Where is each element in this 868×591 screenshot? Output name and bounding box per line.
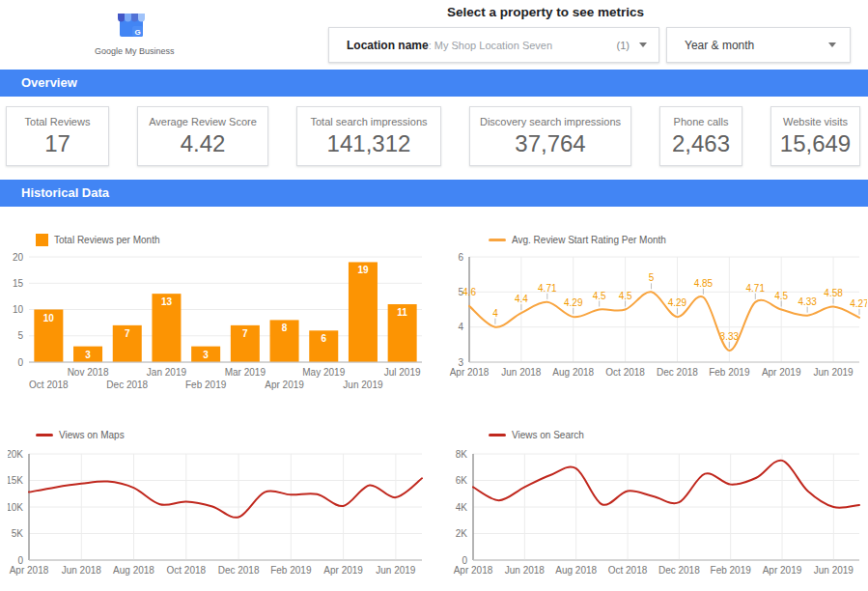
svg-text:Jun 2019: Jun 2019 xyxy=(814,565,854,576)
svg-text:Apr 2019: Apr 2019 xyxy=(265,380,304,390)
svg-text:5K: 5K xyxy=(12,528,24,539)
svg-text:4.5: 4.5 xyxy=(593,291,606,301)
chevron-down-icon xyxy=(828,42,836,47)
svg-text:Apr 2019: Apr 2019 xyxy=(763,565,802,576)
svg-text:Jan 2019: Jan 2019 xyxy=(147,367,187,378)
scorecard-value: 17 xyxy=(44,130,70,157)
scorecard-value: 2,463 xyxy=(672,130,730,157)
legend-swatch-icon xyxy=(489,434,506,436)
svg-text:Dec 2018: Dec 2018 xyxy=(658,565,700,576)
scorecard-value: 141,312 xyxy=(327,130,411,157)
scorecard-value: 15,649 xyxy=(780,130,851,157)
scorecard-row: Total Reviews 17 Average Review Score 4.… xyxy=(6,106,860,166)
svg-text:Aug 2018: Aug 2018 xyxy=(552,367,594,378)
year-month-filter-dropdown[interactable]: Year & month xyxy=(666,27,851,63)
chart-legend: Views on Search xyxy=(442,425,867,444)
svg-text:4: 4 xyxy=(492,308,498,319)
scorecard-label: Website visits xyxy=(783,116,848,127)
chart-avg-review-rating-per-month: Avg. Review Start Rating Per Month 3456A… xyxy=(442,230,867,402)
svg-text:13: 13 xyxy=(161,296,173,307)
svg-text:3: 3 xyxy=(458,357,463,368)
scorecard-label: Phone calls xyxy=(674,116,729,127)
overview-section-title: Overview xyxy=(0,70,868,97)
svg-text:7: 7 xyxy=(125,328,130,339)
svg-text:Feb 2019: Feb 2019 xyxy=(711,565,752,576)
svg-text:Aug 2018: Aug 2018 xyxy=(113,565,154,576)
chart-legend: Views on Maps xyxy=(8,425,433,444)
svg-text:Apr 2019: Apr 2019 xyxy=(762,367,801,378)
bar-chart-canvas[interactable]: 0510152010Oct 20183Nov 20187Dec 201813Ja… xyxy=(8,249,433,400)
svg-text:19: 19 xyxy=(357,265,369,275)
svg-text:11: 11 xyxy=(397,307,407,318)
svg-text:Apr 2019: Apr 2019 xyxy=(323,565,363,576)
line-chart-canvas[interactable]: 05K10K15K20KApr 2018Jun 2018Aug 2018Oct … xyxy=(8,444,433,589)
svg-text:Oct 2018: Oct 2018 xyxy=(605,367,645,378)
svg-text:8K: 8K xyxy=(456,449,468,460)
svg-text:0: 0 xyxy=(17,357,23,368)
line-chart-canvas[interactable]: 02K4K6K8KApr 2018Jun 2018Aug 2018Oct 201… xyxy=(442,444,867,589)
svg-text:Dec 2018: Dec 2018 xyxy=(218,565,260,576)
gmb-dashboard: { "header": { "logo": { "text": "Google … xyxy=(0,0,868,591)
chevron-down-icon xyxy=(639,42,647,47)
location-filter-count: (1) xyxy=(617,40,630,51)
year-month-filter-label: Year & month xyxy=(685,39,754,52)
historical-data-section-header: Historical Data xyxy=(0,180,868,207)
svg-text:15K: 15K xyxy=(8,475,23,486)
svg-text:0: 0 xyxy=(462,555,467,566)
svg-text:Jun 2019: Jun 2019 xyxy=(813,367,854,378)
scorecard-label: Total search impressions xyxy=(310,116,427,127)
svg-text:6: 6 xyxy=(458,252,463,263)
svg-text:Oct 2018: Oct 2018 xyxy=(167,565,207,576)
svg-text:Apr 2018: Apr 2018 xyxy=(450,367,490,378)
svg-text:Dec 2018: Dec 2018 xyxy=(106,380,148,390)
scorecard-label: Discovery search impressions xyxy=(480,116,621,127)
legend-label: Total Reviews per Month xyxy=(54,235,160,245)
svg-text:4.71: 4.71 xyxy=(538,283,557,294)
page-title: Select a property to see metrics xyxy=(328,5,763,19)
svg-text:Jun 2018: Jun 2018 xyxy=(505,565,546,576)
svg-text:15: 15 xyxy=(13,278,24,289)
svg-text:Dec 2018: Dec 2018 xyxy=(657,367,698,378)
svg-text:20K: 20K xyxy=(8,449,23,460)
svg-text:Jul 2019: Jul 2019 xyxy=(384,367,421,378)
svg-text:Aug 2018: Aug 2018 xyxy=(555,565,597,576)
svg-text:Jun 2018: Jun 2018 xyxy=(62,565,102,576)
scorecard-discovery-search-impressions: Discovery search impressions 37,764 xyxy=(469,106,631,166)
gmb-logo: G Google My Business xyxy=(95,6,168,56)
svg-text:Oct 2018: Oct 2018 xyxy=(608,565,648,576)
scorecard-phone-calls: Phone calls 2,463 xyxy=(659,106,742,166)
scorecard-value: 37,764 xyxy=(515,130,585,157)
svg-text:May 2019: May 2019 xyxy=(302,367,345,378)
chart-views-on-search: Views on Search 02K4K6K8KApr 2018Jun 201… xyxy=(442,425,867,587)
chart-views-on-maps: Views on Maps 05K10K15K20KApr 2018Jun 20… xyxy=(8,425,433,587)
legend-swatch-icon xyxy=(36,234,48,246)
overview-section-header: Overview xyxy=(0,70,868,97)
location-filter-label: Location name xyxy=(347,39,429,52)
gmb-logo-label: Google My Business xyxy=(95,46,168,56)
svg-text:Apr 2018: Apr 2018 xyxy=(10,565,49,576)
svg-text:4.33: 4.33 xyxy=(798,296,817,307)
svg-text:4.5: 4.5 xyxy=(619,291,632,301)
svg-text:10K: 10K xyxy=(8,502,23,513)
legend-label: Views on Search xyxy=(512,430,584,440)
scorecard-value: 4.42 xyxy=(181,130,226,157)
legend-label: Avg. Review Start Rating Per Month xyxy=(512,235,666,245)
svg-text:4.71: 4.71 xyxy=(746,283,766,294)
svg-text:3: 3 xyxy=(203,350,209,360)
svg-text:G: G xyxy=(134,28,140,37)
svg-text:5: 5 xyxy=(649,272,655,283)
legend-label: Views on Maps xyxy=(59,430,125,440)
svg-text:Feb 2019: Feb 2019 xyxy=(270,565,312,576)
location-filter-dropdown[interactable]: Location name : My Shop Location Seven (… xyxy=(328,27,659,63)
svg-text:Feb 2019: Feb 2019 xyxy=(185,380,227,390)
historical-data-section-title: Historical Data xyxy=(0,180,868,207)
svg-text:4.5: 4.5 xyxy=(774,291,788,301)
svg-text:20: 20 xyxy=(13,252,24,263)
svg-text:4.29: 4.29 xyxy=(564,297,583,308)
svg-text:4.4: 4.4 xyxy=(515,294,528,304)
svg-text:4.29: 4.29 xyxy=(668,297,687,308)
svg-text:Apr 2018: Apr 2018 xyxy=(454,565,493,576)
scorecard-label: Total Reviews xyxy=(25,116,91,127)
line-chart-canvas[interactable]: 3456Apr 2018Jun 2018Aug 2018Oct 2018Dec … xyxy=(442,249,867,400)
legend-swatch-icon xyxy=(489,239,506,241)
